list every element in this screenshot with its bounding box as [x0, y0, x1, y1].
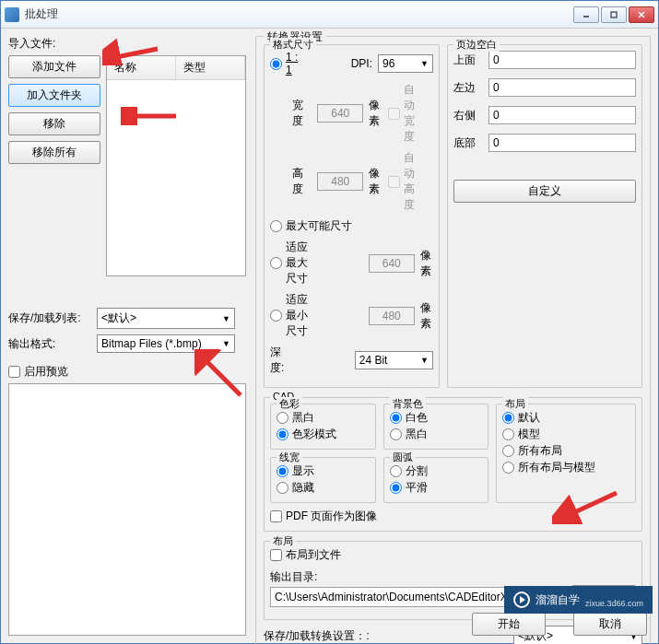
max-possible-radio[interactable]: 最大可能尺寸 [270, 218, 352, 234]
output-format-label: 输出格式: [8, 336, 91, 352]
pdf-as-image-checkbox[interactable]: PDF 页面作为图像 [270, 509, 377, 524]
cad-group: CAD 色彩 黑白 色彩模式 线宽 显示 隐藏 [264, 397, 642, 532]
minimize-button[interactable] [573, 6, 599, 23]
margins-group: 页边空白 上面 左边 右侧 底部 自定义 [447, 44, 642, 388]
width-label: 宽度 [292, 98, 312, 129]
enable-preview-checkbox[interactable]: 启用预览 [8, 364, 68, 380]
margin-left-input[interactable] [488, 78, 636, 97]
layout-all-radio[interactable]: 所有布局 [502, 443, 562, 459]
close-button[interactable] [629, 6, 654, 23]
margin-bottom-label: 底部 [453, 135, 481, 151]
add-file-button[interactable]: 添加文件 [8, 55, 100, 78]
depth-label: 深度: [270, 345, 294, 376]
watermark-brand: 溜溜自学 [535, 592, 580, 608]
converter-settings-group: 转换器设置 格式尺寸 1 : 1 DPI: 96▼ 宽度 像素 [255, 36, 651, 644]
arc-group: 圆弧 分割 平滑 [383, 457, 489, 503]
start-button[interactable]: 开始 [472, 613, 546, 636]
play-icon [513, 591, 530, 608]
color-mode-radio[interactable]: 色彩模式 [277, 427, 336, 442]
chevron-down-icon: ▼ [420, 59, 429, 68]
col-name: 名称 [107, 56, 176, 79]
preview-box [8, 383, 246, 636]
pixel-label: 像素 [420, 248, 433, 279]
titlebar: 批处理 [1, 1, 658, 29]
layout-to-file-checkbox[interactable]: 布局到文件 [270, 547, 341, 563]
layout-option-group: 布局 默认 模型 所有布局 所有布局与模型 [496, 404, 636, 503]
format-size-group: 格式尺寸 1 : 1 DPI: 96▼ 宽度 像素 自动宽度 [264, 44, 440, 388]
lw-show-radio[interactable]: 显示 [277, 463, 314, 479]
bg-black-radio[interactable]: 黑白 [390, 427, 428, 442]
dpi-label: DPI: [351, 57, 372, 70]
pixel-label: 像素 [420, 300, 433, 332]
auto-width-checkbox: 自动宽度 [388, 82, 426, 145]
bgcolor-group: 背景色 白色 黑白 [383, 404, 489, 450]
chevron-down-icon: ▼ [222, 339, 230, 348]
remove-button[interactable]: 移除 [8, 112, 100, 135]
import-files-label: 导入文件: [8, 36, 246, 52]
watermark: 溜溜自学 zixue.3d66.com [504, 586, 653, 614]
auto-height-checkbox: 自动高度 [388, 150, 426, 213]
output-dir-label: 输出目录: [270, 569, 636, 585]
margin-left-label: 左边 [453, 80, 481, 96]
save-load-list-label: 保存/加载列表: [8, 310, 91, 326]
linewidth-group: 线宽 显示 隐藏 [270, 457, 376, 503]
fit-min-radio[interactable]: 适应最小尺寸 [270, 292, 319, 339]
cancel-button[interactable]: 取消 [573, 613, 647, 636]
layout-model-radio[interactable]: 模型 [502, 427, 540, 442]
layout-default-radio[interactable]: 默认 [502, 410, 540, 426]
app-icon [5, 7, 19, 22]
color-group: 色彩 黑白 色彩模式 [270, 404, 376, 450]
width-input [317, 104, 363, 123]
maximize-button[interactable] [601, 6, 627, 23]
bg-white-radio[interactable]: 白色 [390, 410, 428, 426]
fit-max-radio[interactable]: 适应最大尺寸 [270, 240, 319, 287]
height-input [317, 172, 363, 191]
save-load-settings-label: 保存/加载转换设置：: [264, 628, 370, 644]
height-label: 高度 [292, 166, 312, 197]
file-list[interactable]: 名称 类型 [106, 55, 246, 276]
chevron-down-icon: ▼ [420, 356, 429, 365]
margin-right-label: 右侧 [453, 108, 481, 123]
custom-margin-button[interactable]: 自定义 [453, 180, 636, 203]
output-format-dropdown[interactable]: Bitmap Files (*.bmp)▼ [97, 334, 235, 353]
color-bw-radio[interactable]: 黑白 [277, 410, 314, 426]
margin-right-input[interactable] [488, 106, 636, 124]
window-title: 批处理 [25, 6, 573, 22]
margin-bottom-input[interactable] [488, 134, 636, 152]
ratio-1-1-radio[interactable]: 1 : 1 [270, 51, 301, 76]
dpi-dropdown[interactable]: 96▼ [378, 54, 433, 73]
arc-split-radio[interactable]: 分割 [390, 463, 428, 479]
depth-dropdown[interactable]: 24 Bit▼ [355, 351, 433, 369]
arc-smooth-radio[interactable]: 平滑 [390, 480, 428, 496]
watermark-site: zixue.3d66.com [585, 599, 643, 608]
add-folder-button[interactable]: 加入文件夹 [8, 84, 100, 107]
fit-min-input [369, 307, 415, 325]
svg-rect-1 [611, 12, 617, 18]
pixel-label: 像素 [369, 166, 382, 197]
fit-max-input [369, 254, 415, 273]
remove-all-button[interactable]: 移除所有 [8, 141, 100, 164]
pixel-label: 像素 [369, 98, 382, 129]
margin-top-input[interactable] [488, 51, 636, 69]
col-type: 类型 [176, 56, 245, 79]
list-dropdown[interactable]: <默认>▼ [97, 308, 235, 329]
layout-allmodel-radio[interactable]: 所有布局与模型 [502, 460, 595, 475]
lw-hide-radio[interactable]: 隐藏 [277, 480, 314, 496]
chevron-down-icon: ▼ [222, 314, 230, 323]
margin-top-label: 上面 [453, 53, 481, 68]
